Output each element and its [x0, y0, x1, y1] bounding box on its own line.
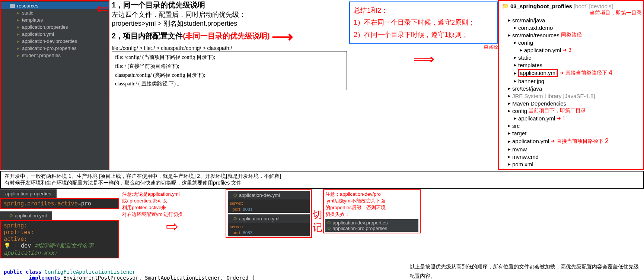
section1-title: 1，同一个目录的优先级说明 [112, 0, 347, 10]
node-icon: ▸ [514, 115, 517, 122]
svg-rect-0 [10, 4, 15, 8]
tree-item[interactable]: ▸ application-pro.properties [1, 45, 109, 52]
profiles-intro-l2: 有时候开发环境和生产环境的配置方法是不一样的，那么如何快速的切换呢，这里就要使用… [4, 180, 640, 186]
file-icon: ▸ [17, 53, 20, 58]
folder-icon [10, 3, 15, 9]
summary-rule1: 1）不在同一个目录下时候，遵守2原则； [354, 16, 494, 28]
file-icon: ▸ [17, 45, 20, 51]
note-suffix: 注意：application-dev/pro .yml后缀yml不能改变为下面 … [323, 189, 421, 233]
arrow-left-icon: ⇐ [96, 0, 109, 17]
tree-item[interactable]: ▸ student.properties [1, 52, 109, 59]
node-icon: ▸ [514, 39, 517, 46]
yml-icon: ⚙ [9, 213, 13, 218]
summary-head: 总结1和2： [354, 4, 494, 16]
java-source: public class ConfigFileApplicationListen… [0, 261, 406, 280]
rt-item[interactable]: ▸ src [500, 122, 642, 129]
section2-title-red: (非同一目录的优先级说明) [183, 32, 270, 40]
node-icon: ▸ [508, 17, 511, 23]
node-icon: ▸ [508, 100, 511, 107]
rt-item[interactable]: ▸ src/main/resources 同类路径 [500, 31, 642, 39]
rt-item[interactable]: ▸ src/main/java [500, 16, 642, 24]
project-root-ann: 当前项目，即第一目录 [500, 10, 642, 16]
properties-code: spring.profiles.active=pro [0, 198, 119, 209]
node-icon: ▸ [514, 78, 517, 84]
file-icon: ▸ [17, 24, 20, 30]
summary-side: 类路径 [349, 44, 498, 50]
tree-root-label: resources [17, 3, 38, 9]
rt-item[interactable]: ▸ application.yml ➔ 直接当前类路径下 4 [500, 69, 642, 77]
resources-tree: resources ▸ static▸ templates▸ applicati… [0, 0, 109, 170]
rt-item[interactable]: ▸ config [500, 39, 642, 46]
rt-item[interactable]: ▸ templates [500, 61, 642, 69]
search-order: file:./config/ > file:./ > classpath:/co… [112, 45, 347, 51]
node-icon: ▸ [508, 130, 511, 136]
file-icon: ▸ [17, 31, 20, 37]
node-icon: ▸ [508, 161, 511, 167]
project-root-suffix: [boot] [devtools] [574, 3, 613, 9]
location-detail-box: file:./config/ (当前项目下路径 config 目录下);file… [112, 51, 347, 90]
tab-app-yml[interactable]: ⚙ application.yml [0, 211, 52, 220]
profiles-intro-l1: 在开发中，一般有两种环境 1、生产环境 [项目上线，客户在使用中，就是生产环境]… [4, 173, 640, 180]
tree-item[interactable]: ▸ application.properties [1, 23, 109, 31]
rt-item[interactable]: ▸ config 当前项目下，即第二目录 [500, 107, 642, 114]
rt-item[interactable]: ▸ application.yml ➔ 3 [500, 46, 642, 54]
node-icon: ▸ [514, 70, 517, 76]
node-icon: ▸ [520, 47, 523, 53]
yml-code: spring: profiles: active: 💡 - dev #指定哪个配… [0, 220, 119, 258]
section1-line1: 左边四个文件，配置后，同时启动的优先级： [112, 10, 347, 19]
node-icon: ▸ [508, 122, 511, 129]
file-icon: ▸ [17, 10, 20, 16]
rt-item[interactable]: ▸ application.yml ➔ 直接当前项目路径下 2 [500, 137, 642, 145]
tree-item[interactable]: ▸ templates [1, 16, 109, 23]
rt-item[interactable]: ▸ src/test/java [500, 85, 642, 92]
tree-item[interactable]: ▸ application-dev.properties [1, 38, 109, 45]
project-root-label: 03_springboot_profiles [510, 3, 572, 9]
summary-col: 总结1和2： 1）不在同一个目录下时候，遵守2原则； 2）在同一个目录下时候，遵… [349, 0, 498, 170]
project-icon: 📁 [502, 3, 509, 9]
rt-item[interactable]: ▸ JRE System Library [JavaSE-1.8] [500, 92, 642, 100]
summary-box: 总结1和2： 1）不在同一个目录下时候，遵守2原则； 2）在同一个目录下时候，遵… [349, 1, 498, 44]
tab-app-properties[interactable]: application.properties [0, 189, 57, 198]
tree-root-resources[interactable]: resources [1, 2, 109, 9]
bottom-explanation: 以上是按照优先级从高到低的顺序，所有位置的文件都会被加载，高优先级配置内容会覆盖… [406, 261, 644, 280]
rt-item[interactable]: ▸ Maven Dependencies [500, 100, 642, 107]
node-icon: ▸ [508, 138, 511, 145]
bulb-icon: 💡 [4, 242, 11, 249]
rt-item[interactable]: ▸ pom.xml [500, 160, 642, 168]
tree-item[interactable]: ▸ static [1, 9, 109, 16]
rt-item[interactable]: ▸ static [500, 54, 642, 61]
rt-item[interactable]: ▸ mvnw [500, 145, 642, 153]
note-active: 注意:无论是application.yml 或/.properties,都可以 … [119, 189, 226, 236]
dev-pro-yml: ⚙ application-dev.yml server: port: 8081… [226, 189, 312, 238]
ide-left: application.properties spring.profiles.a… [0, 189, 119, 258]
rt-item[interactable]: ▸ application.yml ➔ 1 [500, 114, 642, 122]
tree-item[interactable]: ▸ application.yml [1, 31, 109, 38]
node-icon: ▸ [508, 146, 511, 152]
project-root[interactable]: 📁 03_springboot_profiles [boot] [devtool… [500, 2, 642, 10]
eclipse-project-tree: 📁 03_springboot_profiles [boot] [devtool… [498, 0, 644, 170]
node-icon: ▸ [514, 54, 517, 61]
section1-line2: properties>yml > 别名如student.properties [112, 19, 347, 28]
node-icon: ▸ [508, 85, 511, 92]
arrow-big-right-icon: ⟹ [413, 50, 434, 67]
arrow-switch-icon: ⇨ [166, 218, 179, 235]
yml-icon: ⚙ [233, 192, 237, 198]
node-icon: ▸ [514, 24, 517, 31]
rt-item[interactable]: ▸ mvnw.cmd [500, 153, 642, 160]
rt-item[interactable]: ▸ banner.jpg [500, 77, 642, 85]
arrow-right-icon: ⟶ [272, 28, 293, 45]
rt-item[interactable]: ▸ com.sxt.demo [500, 24, 642, 31]
node-icon: ▸ [514, 62, 517, 68]
node-icon: ▸ [508, 153, 511, 160]
profiles-intro: 在开发中，一般有两种环境 1、生产环境 [项目上线，客户在使用中，就是生产环境]… [0, 171, 644, 189]
qieji-label: 切记 [312, 189, 323, 234]
summary-rule2: 2）在同一个目录下时候，遵守1原则； [354, 29, 494, 41]
node-icon: ▸ [508, 92, 511, 99]
file-icon: ▸ [17, 17, 20, 23]
node-icon: ▸ [508, 32, 511, 38]
rt-item[interactable]: ▸ target [500, 129, 642, 137]
section2-title: 2，项目内部配置文件 [112, 32, 183, 40]
priority-explanation: ⇐ 1，同一个目录的优先级说明 左边四个文件，配置后，同时启动的优先级： pro… [109, 0, 349, 170]
bad-prop-item: ⚙ application-dev.properties [327, 220, 417, 226]
bad-prop-item: ⚙ application-pro.properties [327, 226, 417, 231]
